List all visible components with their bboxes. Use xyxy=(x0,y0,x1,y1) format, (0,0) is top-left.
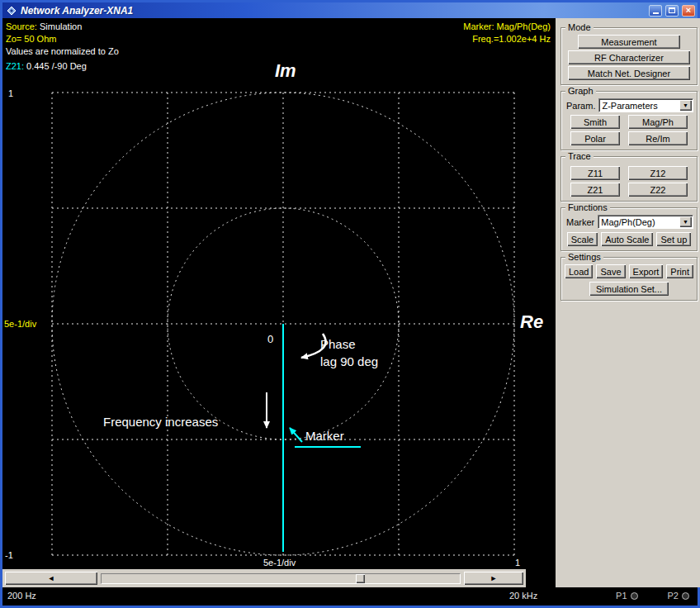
minimize-button[interactable] xyxy=(649,5,662,17)
marker-dropdown-value: Mag/Ph(Deg) xyxy=(598,217,679,227)
param-dropdown[interactable]: Z-Parameters ▼ xyxy=(598,98,693,112)
load-button[interactable]: Load xyxy=(565,264,593,278)
frequency-slider-thumb[interactable] xyxy=(356,574,365,583)
scale-bottom-label: -1 xyxy=(5,549,13,562)
mag-ph-button[interactable]: Mag/Ph xyxy=(628,115,688,129)
close-button[interactable]: × xyxy=(682,5,695,17)
scale-top-label: 1 xyxy=(8,88,13,100)
phase-lag-annotation: Phase lag 90 deg xyxy=(320,335,378,370)
freq-min-label: 200 Hz xyxy=(7,591,36,601)
port1-label: P1 xyxy=(616,591,627,601)
z21-button[interactable]: Z21 xyxy=(570,183,620,197)
source-value: Simulation xyxy=(37,21,82,31)
port1-icon xyxy=(631,592,638,600)
settings-group-label: Settings xyxy=(565,252,603,262)
frequency-range-bar: 200 Hz 20 kHz P1 P2 xyxy=(2,587,698,606)
normalized-note: Values are normalized to Zo xyxy=(6,45,119,58)
z22-button[interactable]: Z22 xyxy=(628,183,688,197)
re-axis-label: Re xyxy=(520,316,543,328)
marker-annotation: Marker xyxy=(305,430,344,442)
control-panel: Mode Measurement RF Characterizer Match … xyxy=(556,18,700,587)
trace-group-label: Trace xyxy=(565,151,594,161)
app-icon xyxy=(6,5,17,17)
measurement-button[interactable]: Measurement xyxy=(578,35,680,49)
marker-mode-readout: Marker: Mag/Ph(Deg) xyxy=(463,21,551,33)
save-button[interactable]: Save xyxy=(596,264,625,278)
param-dropdown-value: Z-Parameters xyxy=(599,101,679,111)
smith-button[interactable]: Smith xyxy=(570,115,620,129)
freq-max-label: 20 kHz xyxy=(509,591,537,601)
re-im-button[interactable]: Re/Im xyxy=(628,131,688,145)
im-axis-label: Im xyxy=(275,64,296,77)
match-net-designer-button[interactable]: Match Net. Designer xyxy=(568,66,690,80)
marker-freq-readout: Freq.=1.002e+4 Hz xyxy=(463,33,551,45)
marker-dropdown-label: Marker xyxy=(566,217,594,227)
left-arrow-icon: ◄ xyxy=(48,574,55,582)
trace-group: Trace Z11 Z12 Z21 Z22 xyxy=(560,156,698,202)
z12-button[interactable]: Z12 xyxy=(628,166,688,180)
auto-scale-button[interactable]: Auto Scale xyxy=(601,232,653,246)
window-title: Network Analyzer-XNA1 xyxy=(21,5,646,17)
polar-plot-area: Source: Simulation Zo= 50 Ohm Values are… xyxy=(2,18,556,569)
graph-group-label: Graph xyxy=(565,86,596,96)
z21-value: 0.445 /-90 Deg xyxy=(24,61,87,71)
marker-readout: Marker: Mag/Ph(Deg) Freq.=1.002e+4 Hz xyxy=(463,21,551,45)
simulation-set-button[interactable]: Simulation Set... xyxy=(589,282,669,296)
scale-button[interactable]: Scale xyxy=(567,232,598,246)
functions-group-label: Functions xyxy=(565,202,610,212)
z21-label: Z21: xyxy=(6,61,24,71)
param-label: Param. xyxy=(566,101,595,111)
polar-button[interactable]: Polar xyxy=(570,131,620,145)
graph-group: Graph Param. Z-Parameters ▼ Smith Mag/Ph… xyxy=(560,91,698,150)
marker-dropdown[interactable]: Mag/Ph(Deg) ▼ xyxy=(598,215,693,229)
set-up-button[interactable]: Set up xyxy=(656,232,691,246)
restore-icon xyxy=(669,7,675,13)
frequency-scrollbar: ◄ ► xyxy=(2,569,556,587)
minimize-icon xyxy=(653,12,659,14)
zo-readout: Zo= 50 Ohm xyxy=(6,33,119,45)
print-button[interactable]: Print xyxy=(666,264,693,278)
settings-group: Settings Load Save Export Print Simulati… xyxy=(560,257,698,301)
frequency-increases-annotation: Frequency increases xyxy=(103,416,218,428)
bottom-div-label: 5e-1/div xyxy=(263,557,296,569)
mode-group: Mode Measurement RF Characterizer Match … xyxy=(560,27,698,85)
rf-characterizer-button[interactable]: RF Characterizer xyxy=(568,50,690,64)
export-button[interactable]: Export xyxy=(629,264,664,278)
restore-button[interactable] xyxy=(665,5,679,17)
scale-right-label: 1 xyxy=(515,557,520,569)
functions-group: Functions Marker Mag/Ph(Deg) ▼ Scale Aut… xyxy=(560,207,698,251)
left-div-label: 5e-1/div xyxy=(4,318,36,330)
close-icon: × xyxy=(686,6,691,15)
scroll-left-button[interactable]: ◄ xyxy=(5,572,97,585)
frequency-slider-track[interactable] xyxy=(101,573,461,584)
chevron-down-icon[interactable]: ▼ xyxy=(679,100,692,111)
status-readout: Source: Simulation Zo= 50 Ohm Values are… xyxy=(6,21,119,73)
port2-label: P2 xyxy=(668,591,679,601)
z11-button[interactable]: Z11 xyxy=(570,166,620,180)
source-label: Source: xyxy=(6,21,37,31)
polar-plot xyxy=(2,18,556,569)
app-window: Network Analyzer-XNA1 × xyxy=(0,0,700,608)
port-indicators: P1 P2 xyxy=(616,591,689,601)
scroll-right-button[interactable]: ► xyxy=(464,572,523,585)
titlebar[interactable]: Network Analyzer-XNA1 × xyxy=(2,2,698,18)
chevron-down-icon[interactable]: ▼ xyxy=(679,216,692,227)
port2-icon xyxy=(682,592,689,600)
origin-label: 0 xyxy=(267,333,273,345)
mode-group-label: Mode xyxy=(565,22,594,32)
right-arrow-icon: ► xyxy=(490,574,498,582)
